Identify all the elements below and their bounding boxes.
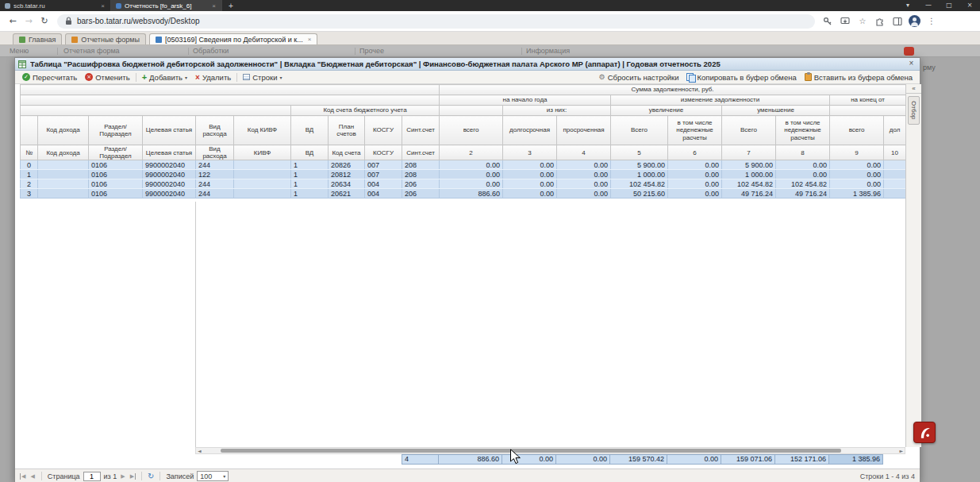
profile-avatar[interactable] (909, 15, 920, 27)
table-cell[interactable]: 9900002040 (143, 170, 196, 179)
column-header[interactable]: всего (830, 116, 884, 145)
table-cell[interactable]: 1 (291, 179, 329, 189)
table-cell[interactable] (234, 170, 291, 179)
side-panel-icon[interactable] (891, 15, 904, 28)
table-cell[interactable] (884, 189, 906, 199)
table-cell[interactable]: 007 (365, 160, 402, 170)
table-cell[interactable]: 102 454.82 (611, 179, 668, 189)
menu-overflow-button[interactable] (904, 47, 914, 56)
table-cell[interactable] (38, 189, 89, 199)
table-cell[interactable]: 007 (365, 170, 402, 179)
column-header[interactable]: просроченная (557, 116, 611, 145)
table-cell[interactable]: 0.00 (776, 170, 830, 179)
table-row[interactable]: 0010699000020402441208260072080.000.000.… (21, 160, 906, 170)
table-cell[interactable]: 9900002040 (143, 179, 196, 189)
address-bar[interactable]: bars-bo.tatar.ru/websvody/Desktop (57, 14, 815, 29)
prev-page-button[interactable]: ◀ (29, 473, 35, 480)
column-header[interactable]: дол (884, 116, 906, 145)
column-header[interactable]: Всего (611, 116, 668, 145)
table-cell[interactable]: 0.00 (503, 170, 557, 179)
browser-menu-icon[interactable]: ⋮ (925, 15, 938, 28)
table-cell[interactable]: 5 900.00 (722, 160, 776, 170)
table-cell[interactable]: 244 (196, 179, 234, 189)
menu-item-info[interactable]: Информация (526, 47, 570, 55)
column-header[interactable]: Раздел/ Подраздел (89, 116, 143, 145)
menu-item-other[interactable]: Прочее (359, 47, 384, 55)
column-header[interactable]: Всего (722, 116, 776, 145)
first-page-button[interactable]: ◀ (20, 473, 26, 480)
table-cell[interactable]: 1 (291, 170, 329, 179)
table-cell[interactable]: 0.00 (668, 189, 722, 199)
table-cell[interactable]: 206 (402, 179, 440, 189)
paste-from-clipboard-button[interactable]: Вставить из буфера обмена (801, 73, 917, 82)
table-cell[interactable] (884, 160, 906, 170)
column-header[interactable]: в том числе неденежные расчеты (668, 116, 722, 145)
column-header[interactable]: Код КИВФ (234, 116, 291, 145)
add-button[interactable]: + Добавить ▾ (138, 72, 191, 82)
table-cell[interactable]: 1 000.00 (722, 170, 776, 179)
table-cell[interactable]: 0 (21, 160, 38, 170)
table-cell[interactable]: 122 (196, 170, 234, 179)
table-cell[interactable]: 208 (402, 170, 440, 179)
table-cell[interactable]: 9900002040 (143, 160, 196, 170)
back-button[interactable]: ← (5, 16, 21, 26)
tab-close-icon[interactable]: × (100, 2, 106, 10)
table-cell[interactable]: 0.00 (830, 170, 884, 179)
table-cell[interactable]: 0.00 (557, 160, 611, 170)
horizontal-scrollbar[interactable]: ◄ ► (195, 447, 905, 454)
table-cell[interactable]: 0.00 (668, 170, 722, 179)
table-cell[interactable] (234, 160, 291, 170)
table-cell[interactable] (234, 179, 291, 189)
tab-close-icon[interactable]: × (211, 2, 217, 10)
table-cell[interactable]: 886.60 (440, 189, 503, 199)
table-cell[interactable]: 206 (402, 189, 440, 199)
copy-to-clipboard-button[interactable]: Копировать в буфер обмена (682, 73, 800, 82)
column-header[interactable]: ВД (291, 116, 329, 145)
table-cell[interactable]: 0106 (89, 170, 143, 179)
recalculate-button[interactable]: ✓ Пересчитать (18, 73, 81, 82)
table-cell[interactable] (38, 179, 89, 189)
table-cell[interactable]: 244 (196, 189, 234, 199)
dialog-title-bar[interactable]: Таблица "Расшифровка бюджетной дебиторск… (15, 58, 920, 71)
app-tab-home[interactable]: Главная (13, 33, 62, 44)
table-cell[interactable]: 0.00 (830, 160, 884, 170)
table-cell[interactable]: 3 (21, 189, 38, 199)
table-cell[interactable]: 102 454.82 (776, 179, 830, 189)
refresh-icon[interactable]: ↻ (148, 472, 154, 480)
table-cell[interactable]: 1 (291, 189, 329, 199)
table-cell[interactable]: 0.00 (440, 170, 503, 179)
minimize-button[interactable]: — (918, 0, 939, 11)
menu-item-processing[interactable]: Обработки (193, 47, 229, 55)
collapse-panel-button[interactable]: « (906, 84, 921, 94)
app-tab-close-icon[interactable]: × (308, 36, 312, 43)
menu-item-report-form[interactable]: Отчетная форма (63, 47, 120, 55)
column-header[interactable] (21, 116, 38, 145)
rows-menu-button[interactable]: Строки ▾ (239, 73, 286, 82)
table-cell[interactable]: 0.00 (557, 189, 611, 199)
table-cell[interactable]: 0.00 (440, 179, 503, 189)
extensions-puzzle-icon[interactable] (874, 15, 886, 28)
table-cell[interactable]: 1 000.00 (611, 170, 668, 179)
table-cell[interactable]: 0.00 (503, 179, 557, 189)
column-header[interactable]: долгосрочная (503, 116, 557, 145)
table-cell[interactable]: 0.00 (503, 160, 557, 170)
tab-search-icon[interactable]: ▾ (897, 0, 918, 11)
table-cell[interactable]: 244 (196, 160, 234, 170)
table-cell[interactable]: 0.00 (668, 160, 722, 170)
close-window-button[interactable]: × (959, 0, 980, 11)
table-cell[interactable] (234, 189, 291, 199)
scrollbar-thumb[interactable] (221, 449, 841, 453)
table-cell[interactable]: 004 (365, 189, 402, 199)
table-cell[interactable]: 0.00 (557, 179, 611, 189)
column-header[interactable]: всего (440, 116, 503, 145)
table-cell[interactable]: 0106 (89, 179, 143, 189)
table-cell[interactable]: 20826 (329, 160, 365, 170)
bookmark-star-icon[interactable]: ☆ (856, 15, 869, 28)
table-cell[interactable]: 0106 (89, 189, 143, 199)
table-cell[interactable]: 1 385.96 (830, 189, 884, 199)
table-cell[interactable]: 1 (291, 160, 329, 170)
table-cell[interactable]: 49 716.24 (722, 189, 776, 199)
install-app-icon[interactable] (839, 15, 851, 28)
cancel-button[interactable]: × Отменить (81, 73, 133, 82)
table-cell[interactable]: 50 215.60 (611, 189, 668, 199)
